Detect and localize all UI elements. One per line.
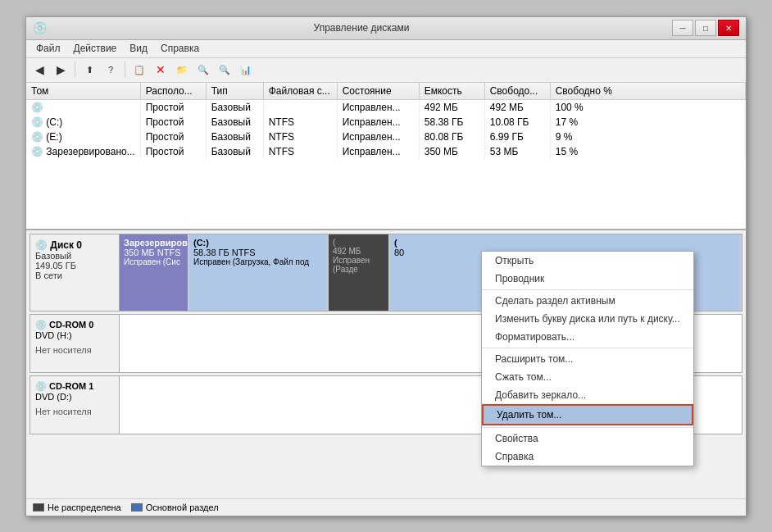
- partition-reserved[interactable]: Зарезервиров 350 МБ NTFS Исправен (Сис: [120, 234, 189, 311]
- col-freepct: Свободно %: [550, 83, 745, 100]
- tb-btn-8[interactable]: 📊: [236, 60, 256, 80]
- cell-free: 10.08 ГБ: [484, 115, 550, 130]
- cell-state: Исправлен...: [337, 99, 419, 115]
- cell-freepct: 9 %: [550, 130, 745, 144]
- col-type: Тип: [206, 83, 263, 100]
- cdrom-1-type: DVD (D:): [35, 392, 114, 402]
- disk-0-label: 💿 Диск 0 Базовый 149.05 ГБ В сети: [30, 234, 120, 311]
- tb-btn-7[interactable]: 🔍: [215, 60, 234, 80]
- cdrom-0-label: 💿 CD-ROM 0 DVD (H:) Нет носителя: [30, 314, 120, 373]
- disk-0-size: 149.05 ГБ: [35, 261, 114, 271]
- table-row[interactable]: 💿 (E:) Простой Базовый NTFS Исправлен...…: [26, 130, 746, 144]
- ctx-open[interactable]: Открыть: [482, 252, 693, 270]
- table-row[interactable]: 💿 Зарезервировано... Простой Базовый NTF…: [26, 144, 746, 159]
- tb-btn-6[interactable]: 🔍: [193, 60, 213, 80]
- ctx-mirror[interactable]: Добавить зеркало...: [482, 386, 693, 404]
- col-tom: Том: [26, 83, 140, 100]
- legend-label-primary: Основной раздел: [146, 502, 219, 512]
- content-area: Том Располо... Тип Файловая с... Состоян…: [26, 83, 746, 516]
- cell-name: 💿 Зарезервировано...: [26, 144, 140, 159]
- cdrom-1-label: 💿 CD-ROM 1 DVD (D:) Нет носителя: [30, 375, 120, 434]
- help-button[interactable]: ?: [101, 60, 120, 80]
- cell-freepct: 15 %: [550, 144, 745, 159]
- up-button[interactable]: ⬆: [79, 60, 99, 80]
- legend-box-primary: [131, 503, 143, 512]
- minimize-button[interactable]: ─: [672, 20, 693, 36]
- window-controls: ─ □ ✕: [672, 20, 739, 36]
- table-row[interactable]: 💿 (C:) Простой Базовый NTFS Исправлен...…: [26, 115, 746, 130]
- cell-type: Базовый: [206, 115, 263, 130]
- cell-free: 6.99 ГБ: [484, 130, 550, 144]
- cell-cap: 58.38 ГБ: [419, 115, 484, 130]
- cdrom-1-name: 💿 CD-ROM 1: [35, 381, 114, 392]
- window-title: Управление дисками: [51, 22, 672, 34]
- cdrom-1-status: Нет носителя: [35, 407, 114, 416]
- menu-bar: Файл Действие Вид Справка: [26, 40, 746, 58]
- cell-loc: Простой: [140, 99, 206, 115]
- legend-unalloc: Не распределена: [33, 502, 121, 512]
- ctx-shrink[interactable]: Сжать том...: [482, 368, 693, 386]
- maximize-button[interactable]: □: [695, 20, 716, 36]
- ctx-explorer[interactable]: Проводник: [482, 270, 693, 288]
- title-bar: 💿 Управление дисками ─ □ ✕: [26, 17, 746, 40]
- menu-file[interactable]: Файл: [30, 41, 67, 56]
- cell-type: Базовый: [206, 99, 263, 115]
- cell-type: Базовый: [206, 130, 263, 144]
- ctx-sep-1: [482, 289, 693, 290]
- cell-name: 💿 (E:): [26, 130, 140, 144]
- ctx-extend[interactable]: Расширить том...: [482, 350, 693, 368]
- legend-box-unalloc: [33, 503, 44, 512]
- cell-type: Базовый: [206, 144, 263, 159]
- window-icon: 💿: [33, 21, 46, 34]
- cell-fs: NTFS: [263, 115, 337, 130]
- cdrom-0-name: 💿 CD-ROM 0: [35, 320, 114, 330]
- cell-loc: Простой: [140, 130, 206, 144]
- toolbar-sep-2: [125, 61, 125, 78]
- legend-label-unalloc: Не распределена: [48, 502, 121, 512]
- cell-state: Исправлен...: [337, 115, 419, 130]
- cell-free: 492 МБ: [484, 99, 550, 115]
- cell-name: 💿: [26, 99, 140, 115]
- cell-state: Исправлен...: [337, 130, 419, 144]
- cell-loc: Простой: [140, 144, 206, 159]
- cell-fs: NTFS: [263, 130, 337, 144]
- ctx-help[interactable]: Справка: [482, 448, 693, 466]
- tb-btn-3[interactable]: 📋: [129, 60, 149, 80]
- main-window: 💿 Управление дисками ─ □ ✕ Файл Действие…: [25, 16, 747, 516]
- cell-freepct: 17 %: [550, 115, 745, 130]
- forward-button[interactable]: ▶: [51, 60, 70, 80]
- disk-0-type: Базовый: [35, 251, 114, 261]
- col-fs: Файловая с...: [263, 83, 337, 100]
- cell-free: 53 МБ: [484, 144, 550, 159]
- table-row[interactable]: 💿 Простой Базовый Исправлен... 492 МБ 49…: [26, 99, 746, 115]
- legend-bar: Не распределена Основной раздел: [26, 498, 746, 516]
- disk-table[interactable]: Том Располо... Тип Файловая с... Состоян…: [26, 83, 746, 230]
- cell-cap: 80.08 ГБ: [419, 130, 484, 144]
- delete-button[interactable]: ✕: [151, 60, 170, 80]
- volumes-table: Том Располо... Тип Файловая с... Состоян…: [26, 83, 746, 159]
- menu-view[interactable]: Вид: [123, 41, 154, 56]
- toolbar-sep-1: [75, 61, 75, 78]
- ctx-properties[interactable]: Свойства: [482, 430, 693, 448]
- ctx-make-active[interactable]: Сделать раздел активным: [482, 292, 693, 310]
- disk-0-name: 💿 Диск 0: [35, 239, 114, 251]
- cell-fs: NTFS: [263, 144, 337, 159]
- ctx-change-letter[interactable]: Изменить букву диска или путь к диску...: [482, 310, 693, 328]
- tb-btn-5[interactable]: 📁: [172, 60, 192, 80]
- cdrom-0-status: Нет носителя: [35, 345, 114, 355]
- close-button[interactable]: ✕: [718, 20, 739, 36]
- menu-action[interactable]: Действие: [67, 41, 124, 56]
- cell-loc: Простой: [140, 115, 206, 130]
- disk-0-status: В сети: [35, 271, 114, 280]
- ctx-format[interactable]: Форматировать...: [482, 328, 693, 346]
- col-raspo: Располо...: [140, 83, 206, 100]
- partition-unalloc[interactable]: ( 492 МБ Исправен (Разде: [329, 234, 390, 311]
- partition-c[interactable]: (C:) 58.38 ГБ NTFS Исправен (Загрузка, Ф…: [189, 234, 329, 311]
- cell-freepct: 100 %: [550, 99, 745, 115]
- menu-help[interactable]: Справка: [154, 41, 206, 56]
- toolbar: ◀ ▶ ⬆ ? 📋 ✕ 📁 🔍 🔍 📊: [26, 58, 746, 83]
- back-button[interactable]: ◀: [30, 60, 49, 80]
- ctx-delete[interactable]: Удалить том...: [482, 404, 693, 425]
- cell-state: Исправлен...: [337, 144, 419, 159]
- cell-cap: 350 МБ: [419, 144, 484, 159]
